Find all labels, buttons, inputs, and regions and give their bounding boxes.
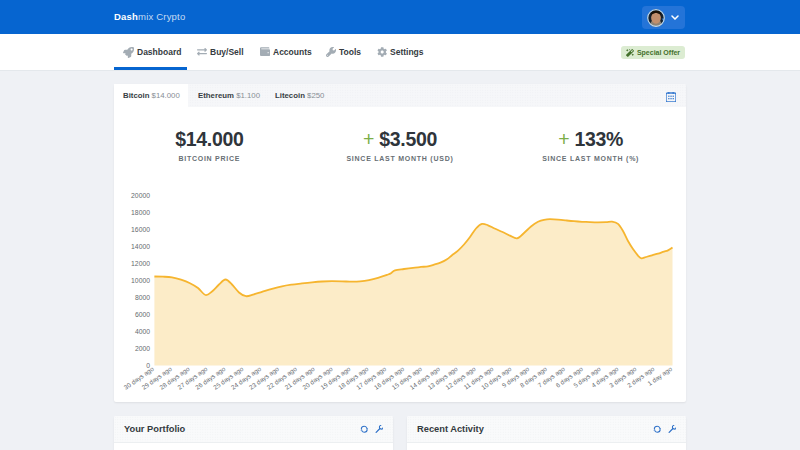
svg-text:18000: 18000 <box>131 209 150 216</box>
svg-text:8000: 8000 <box>135 294 150 301</box>
svg-text:2000: 2000 <box>135 345 150 352</box>
svg-text:14000: 14000 <box>131 243 150 250</box>
svg-text:10000: 10000 <box>131 277 150 284</box>
svg-text:6000: 6000 <box>135 311 150 318</box>
svg-text:4000: 4000 <box>135 328 150 335</box>
svg-text:16000: 16000 <box>131 226 150 233</box>
svg-text:12000: 12000 <box>131 260 150 267</box>
svg-text:20000: 20000 <box>131 192 150 199</box>
